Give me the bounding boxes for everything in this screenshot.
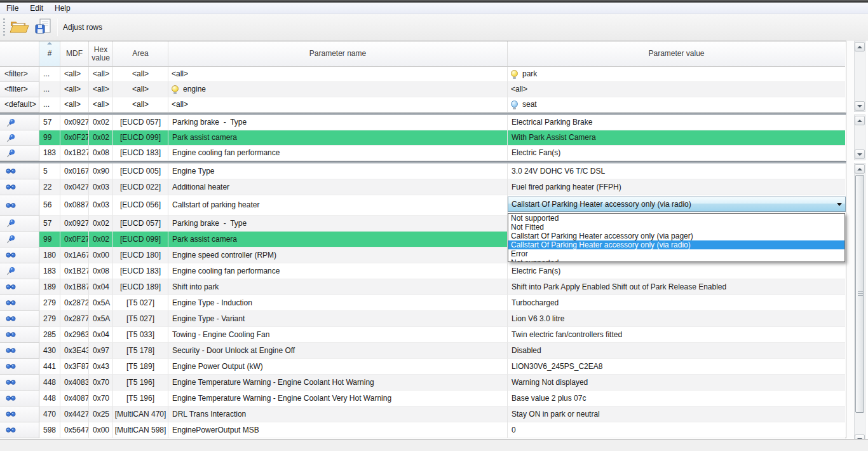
row-selector[interactable] <box>0 406 39 422</box>
scroll-up-button[interactable] <box>855 116 865 125</box>
table-row[interactable]: 448 0x4087 0x70 [T5 196] Engine Temperat… <box>0 391 845 406</box>
filter-cell-area[interactable]: <all> <box>113 67 168 82</box>
table-row[interactable]: 183 0x1B27 0x08 [EUCD 183] Engine coolin… <box>0 146 845 161</box>
filter-cell-mdf[interactable]: <all> <box>60 97 89 113</box>
row-selector[interactable] <box>0 179 39 195</box>
table-row[interactable]: 183 0x1B27 0x08 [EUCD 183] Engine coolin… <box>0 263 845 279</box>
row-selector[interactable] <box>0 295 39 311</box>
cell-parameter-value[interactable]: Shift into Park Apply Enabled Shift out … <box>508 279 845 295</box>
row-selector[interactable] <box>0 391 39 406</box>
filter-row[interactable]: <filter> ... <all> <all> <all> engine <a… <box>0 82 845 97</box>
filter-cell-parameter-name[interactable]: <all> <box>168 67 508 82</box>
row-selector[interactable] <box>0 146 39 161</box>
table-row[interactable]: 430 0x3E43 0x97 [T5 178] Security - Door… <box>0 343 845 359</box>
scrollbar-thumb[interactable] <box>855 175 864 413</box>
row-selector[interactable] <box>0 375 39 391</box>
cell-parameter-value[interactable]: With Park Assist Camera <box>508 130 845 146</box>
row-selector[interactable] <box>0 216 39 232</box>
column-header-hexvalue[interactable]: Hex value <box>89 41 113 66</box>
parameter-value-combobox[interactable]: Callstart Of Parking Heater accessory on… <box>508 197 846 212</box>
filter-cell-parameter-value[interactable]: seat <box>508 97 845 113</box>
cell-parameter-value[interactable]: LION30V6_245PS_C2EA8 <box>508 359 845 375</box>
filter-cell-hex[interactable]: <all> <box>89 82 113 97</box>
cell-parameter-value[interactable]: Electrical Parking Brake <box>508 115 845 130</box>
filter-cell-area[interactable]: <all> <box>113 82 168 97</box>
table-row[interactable]: 441 0x3F87 0x43 [T5 189] Engine Power Ou… <box>0 359 845 375</box>
filter-row[interactable]: <filter> ... <all> <all> <all> <all> par… <box>0 67 845 82</box>
row-selector[interactable] <box>0 311 39 327</box>
table-row[interactable]: 57 0x0927 0x02 [EUCD 057] Parking brake … <box>0 115 845 130</box>
filter-cell-hex[interactable]: <all> <box>89 97 113 113</box>
dropdown-option[interactable]: Error <box>508 249 844 258</box>
cell-parameter-value[interactable]: Electric Fan(s) <box>508 146 845 161</box>
cell-parameter-value[interactable]: 0 <box>508 422 845 438</box>
row-selector[interactable] <box>0 247 39 263</box>
filter-cell-parameter-value[interactable]: <all> <box>508 82 845 97</box>
column-header-area[interactable]: Area <box>113 41 168 66</box>
dropdown-option[interactable]: Callstart Of Parking Heater accessory on… <box>508 240 844 249</box>
filter-cell-parameter-name[interactable]: engine <box>168 82 508 97</box>
table-row[interactable]: 470 0x4427 0x25 [MultiCAN 470] DRL Trans… <box>0 406 845 422</box>
column-header-rowselector[interactable] <box>0 41 39 66</box>
table-row[interactable]: 598 0x5647 0x00 [MultiCAN 598] EnginePow… <box>0 422 845 438</box>
dropdown-option[interactable]: Callstart Of Parking Heater accessory on… <box>508 232 844 240</box>
scroll-down-button[interactable] <box>855 101 865 111</box>
row-selector[interactable] <box>0 195 39 216</box>
column-header-mdf[interactable]: MDF <box>60 41 89 66</box>
vertical-scrollbar-main-section[interactable] <box>854 163 865 445</box>
cell-parameter-value[interactable]: Twin electric fan/controllers fitted <box>508 327 845 343</box>
cell-parameter-value[interactable]: Warning Not displayed <box>508 375 845 391</box>
cell-parameter-value[interactable]: Turbocharged <box>508 295 845 311</box>
filter-row-label[interactable]: <filter> <box>0 67 39 82</box>
column-header-number[interactable]: # <box>39 41 60 66</box>
row-selector[interactable] <box>0 163 39 179</box>
filter-cell-hex[interactable]: <all> <box>89 67 113 82</box>
filter-cell-number[interactable]: ... <box>39 67 60 82</box>
cell-parameter-value[interactable]: Stay ON in park or neutral <box>508 406 845 422</box>
chevron-down-icon[interactable] <box>834 203 845 206</box>
table-row[interactable]: 285 0x2963 0x04 [T5 033] Towing - Engine… <box>0 327 845 343</box>
menu-item[interactable]: File <box>1 3 24 13</box>
scroll-down-button[interactable] <box>855 149 865 159</box>
filter-cell-number[interactable]: ... <box>39 97 60 113</box>
filter-cell-area[interactable]: <all> <box>113 97 168 113</box>
filter-cell-parameter-name[interactable]: <all> <box>168 97 508 113</box>
open-file-button[interactable] <box>7 17 31 38</box>
table-row[interactable]: 279 0x2872 0x5A [T5 027] Engine Type - I… <box>0 295 845 311</box>
cell-parameter-value[interactable]: Lion V6 3.0 litre <box>508 311 845 327</box>
vertical-scrollbar-pinned-section[interactable] <box>854 114 865 160</box>
filter-cell-mdf[interactable]: <all> <box>60 67 89 82</box>
row-selector[interactable] <box>0 359 39 375</box>
row-selector[interactable] <box>0 232 39 247</box>
menu-item[interactable]: Help <box>50 3 76 13</box>
filter-cell-number[interactable]: ... <box>39 82 60 97</box>
cell-parameter-value[interactable]: 3.0 24V DOHC V6 T/C DSL <box>508 163 845 179</box>
row-selector[interactable] <box>0 115 39 130</box>
row-selector[interactable] <box>0 343 39 359</box>
row-selector[interactable] <box>0 279 39 295</box>
filter-cell-mdf[interactable]: <all> <box>60 82 89 97</box>
filter-cell-parameter-value[interactable]: park <box>508 67 845 82</box>
toolbar-grip[interactable] <box>3 18 5 36</box>
table-row[interactable]: 99 0x0F27 0x02 [EUCD 099] Park assist ca… <box>0 130 845 146</box>
menu-item[interactable]: Edit <box>25 3 48 13</box>
filter-row[interactable]: <default> ... <all> <all> <all> <all> se… <box>0 97 845 113</box>
row-selector[interactable] <box>0 130 39 146</box>
filter-row-label[interactable]: <filter> <box>0 82 39 97</box>
table-row[interactable]: 22 0x0427 0x03 [EUCD 022] Additional hea… <box>0 179 845 195</box>
save-file-button[interactable] <box>31 17 55 38</box>
row-selector[interactable] <box>0 263 39 279</box>
column-header-parameter-value[interactable]: Parameter value <box>508 41 845 66</box>
cell-parameter-value[interactable]: Electric Fan(s) <box>508 263 845 279</box>
vertical-scrollbar-filter-section[interactable] <box>854 41 865 112</box>
table-row[interactable]: 5 0x0167 0x90 [EUCD 005] Engine Type 3.0… <box>0 163 845 179</box>
cell-parameter-value[interactable]: Disabled <box>508 343 845 359</box>
cell-parameter-value[interactable]: Fuel fired parking heater (FFPH) <box>508 179 845 195</box>
scroll-up-button[interactable] <box>855 42 865 52</box>
dropdown-option[interactable]: Not Fitted <box>508 223 844 232</box>
column-header-parameter-name[interactable]: Parameter name <box>168 41 508 66</box>
table-row[interactable]: 279 0x2877 0x5A [T5 027] Engine Type - V… <box>0 311 845 327</box>
cell-parameter-value[interactable]: Base value 2 plus 07c <box>508 391 845 406</box>
scroll-up-button[interactable] <box>855 164 865 174</box>
table-row[interactable]: 189 0x1B87 0x04 [EUCD 189] Shift into pa… <box>0 279 845 295</box>
